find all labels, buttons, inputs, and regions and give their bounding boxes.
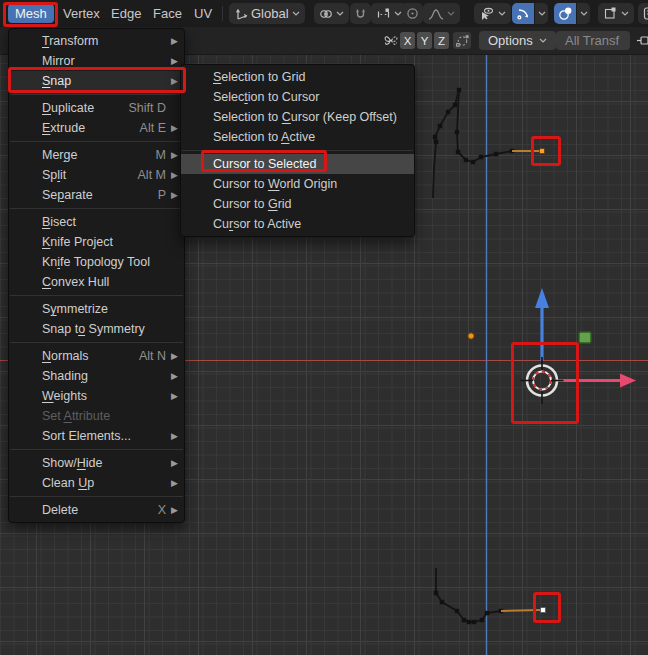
green-snap-marker: [579, 332, 591, 343]
menu-item-label: Mirror: [42, 54, 166, 68]
header-separator: [222, 6, 223, 21]
menu-separator: [9, 493, 184, 500]
falloff-curve-icon: [428, 7, 444, 21]
menu-item-duplicate[interactable]: DuplicateShift D: [9, 98, 184, 118]
submenu-arrow-icon: ▶: [168, 56, 178, 66]
menu-item-normals[interactable]: NormalsAlt N▶: [9, 346, 184, 366]
snap-toggle[interactable]: [350, 3, 371, 24]
overlays-toggle[interactable]: [554, 3, 576, 24]
proportional-editing-toggle[interactable]: [402, 3, 423, 24]
menu-item-knife-project[interactable]: Knife Project: [9, 232, 184, 252]
menu-item-split[interactable]: SplitAlt M▶: [9, 165, 184, 185]
menu-item-show-hide[interactable]: Show/Hide▶: [9, 453, 184, 473]
submenu-arrow-icon: ▶: [168, 170, 178, 180]
menu-face[interactable]: Face: [146, 4, 189, 23]
cursor-red-dashes: [533, 372, 551, 390]
menu-item-selection-to-cursor-keep-offset[interactable]: Selection to Cursor (Keep Offset): [181, 107, 414, 127]
menu-item-label: Cursor to Selected: [213, 157, 396, 171]
shading-clipped-button[interactable]: [638, 3, 648, 24]
menu-item-selection-to-cursor[interactable]: Selection to Cursor: [181, 87, 414, 107]
mirror-x-button[interactable]: X: [400, 32, 415, 49]
menu-item-selection-to-active[interactable]: Selection to Active: [181, 127, 414, 147]
menu-item-knife-topology-tool[interactable]: Knife Topology Tool: [9, 252, 184, 272]
menu-item-snap-to-symmetry[interactable]: Snap to Symmetry: [9, 319, 184, 339]
menu-item-cursor-to-grid[interactable]: Cursor to Grid: [181, 194, 414, 214]
menu-item-label: Clean Up: [42, 476, 166, 490]
menu-item-label: Snap: [42, 74, 166, 88]
submenu-arrow-icon: ▶: [168, 123, 178, 133]
gizmo-icon: [516, 6, 531, 21]
viewport-header: Mesh Vertex Edge Face UV Global: [0, 0, 648, 27]
menu-item-label: Selection to Cursor: [213, 90, 396, 104]
vertex: [455, 130, 459, 134]
menu-vertex[interactable]: Vertex: [56, 4, 107, 23]
submenu-arrow-icon: ▶: [168, 190, 178, 200]
menu-item-label: Snap to Symmetry: [42, 322, 166, 336]
gizmo-x-arrowhead: [620, 374, 636, 388]
chevron-down-icon: [292, 11, 300, 16]
menu-item-extrude[interactable]: ExtrudeAlt E▶: [9, 118, 184, 138]
visibility-dropdown[interactable]: [474, 3, 511, 24]
vertex: [433, 135, 437, 139]
menu-item-separate[interactable]: SeparateP▶: [9, 185, 184, 205]
chevron-down-icon: [580, 11, 588, 16]
chevron-down-icon: [336, 11, 344, 16]
menu-item-mirror[interactable]: Mirror▶: [9, 51, 184, 71]
menu-item-label: Extrude: [42, 121, 140, 135]
menu-item-symmetrize[interactable]: Symmetrize: [9, 299, 184, 319]
dashed-circle-icon: [455, 33, 470, 48]
transform-orientation-dropdown[interactable]: Global: [229, 3, 305, 24]
orientation-label: Global: [251, 6, 289, 21]
xray-toggle[interactable]: [598, 3, 634, 24]
menu-edge-label: Edge: [111, 6, 141, 21]
menu-item-shading[interactable]: Shading▶: [9, 366, 184, 386]
menu-item-selection-to-grid[interactable]: Selection to Grid: [181, 67, 414, 87]
menu-mesh[interactable]: Mesh: [8, 4, 54, 23]
all-transform-button[interactable]: All Transf: [556, 31, 630, 50]
menu-item-shortcut: M: [156, 148, 166, 162]
menu-item-label: Knife Project: [42, 235, 166, 249]
menu-item-label: Duplicate: [42, 101, 128, 115]
menu-item-convex-hull[interactable]: Convex Hull: [9, 272, 184, 292]
gizmos-toggle[interactable]: [512, 3, 534, 24]
menu-item-weights[interactable]: Weights▶: [9, 386, 184, 406]
menu-item-label: Normals: [42, 349, 139, 363]
menu-item-merge[interactable]: MergeM▶: [9, 145, 184, 165]
menu-item-label: Merge: [42, 148, 156, 162]
submenu-arrow-icon: ▶: [168, 431, 178, 441]
snap-base-button[interactable]: [453, 32, 471, 49]
menu-item-cursor-to-active[interactable]: Cursor to Active: [181, 214, 414, 234]
curve-bottom-strand: [436, 568, 501, 622]
select-box-icon: [603, 6, 618, 21]
menu-separator: [9, 138, 184, 145]
menu-uv[interactable]: UV: [187, 4, 219, 23]
menu-item-shortcut: Alt N: [139, 349, 166, 363]
mirror-z-button[interactable]: Z: [434, 32, 449, 49]
menu-separator: [9, 292, 184, 299]
submenu-arrow-icon: ▶: [168, 150, 178, 160]
menu-item-sort-elements[interactable]: Sort Elements...▶: [9, 426, 184, 446]
menu-item-set-attribute: Set Attribute: [9, 406, 184, 426]
menu-item-clean-up[interactable]: Clean Up▶: [9, 473, 184, 493]
menu-item-delete[interactable]: DeleteX▶: [9, 500, 184, 520]
mirror-butterfly-icon: [383, 33, 399, 48]
chevron-down-icon: [498, 11, 506, 16]
mirror-y-button[interactable]: Y: [417, 32, 432, 49]
menu-edge[interactable]: Edge: [104, 4, 148, 23]
chevron-down-icon: [621, 11, 629, 16]
overlays-dropdown[interactable]: [577, 3, 590, 24]
menu-item-snap[interactable]: Snap▶: [9, 71, 184, 91]
menu-item-cursor-to-selected[interactable]: Cursor to Selected: [181, 154, 414, 174]
overlays-icon: [558, 6, 573, 21]
gizmos-dropdown[interactable]: [535, 3, 548, 24]
menu-item-cursor-to-world-origin[interactable]: Cursor to World Origin: [181, 174, 414, 194]
falloff-dropdown[interactable]: [423, 3, 460, 24]
vertex: [456, 150, 460, 154]
selected-edge: [501, 610, 540, 611]
menu-item-label: Split: [42, 168, 138, 182]
menu-item-shortcut: Shift D: [128, 101, 166, 115]
options-dropdown[interactable]: Options: [479, 31, 556, 50]
menu-item-transform[interactable]: Transform▶: [9, 31, 184, 51]
menu-item-bisect[interactable]: Bisect: [9, 212, 184, 232]
pivot-point-dropdown[interactable]: [314, 3, 349, 24]
